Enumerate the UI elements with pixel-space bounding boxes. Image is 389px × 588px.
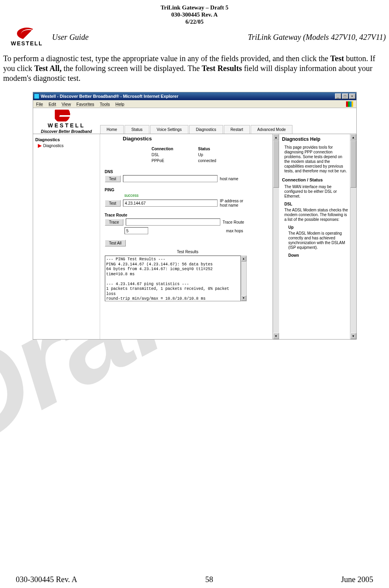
help-panel: Diagnostics Help This page provides tool… — [279, 134, 350, 339]
page-title: Diagnostics — [123, 136, 272, 142]
footer-left: 030-300445 Rev. A — [16, 575, 77, 584]
trace-section: Trace Route Trace Trace Route max hops — [105, 213, 272, 234]
help-p1: This page provides tools for diagnosing … — [285, 145, 348, 174]
ping-test-button[interactable]: Test — [105, 200, 121, 207]
table-row: DSL Up — [151, 152, 240, 157]
results-scrollbar[interactable]: ▴ ▾ — [241, 256, 247, 301]
help-p4: The ADSL Modem is operating correctly an… — [288, 231, 348, 250]
doc-header: TriLink Gateway – Draft 5 030-300445 Rev… — [3, 4, 386, 25]
body-paragraph: To perform a diagnostic test, type the a… — [3, 54, 386, 83]
help-sub-dsl: DSL — [285, 202, 348, 206]
app-logo-icon — [55, 110, 78, 121]
window-title: Westell - Discover Better Broadband® - M… — [41, 94, 334, 99]
th-status: Status — [198, 146, 240, 151]
sidebar-item-diagnostics[interactable]: Diagnostics — [33, 143, 100, 149]
minimize-button[interactable]: _ — [335, 93, 341, 99]
app-header: WESTELL Discover Better Broadband Home S… — [33, 108, 356, 134]
trace-heading: Trace Route — [105, 213, 272, 217]
westell-logo-icon — [17, 28, 37, 39]
page-footer: 030-300445 Rev. A 58 June 2005 — [0, 575, 389, 584]
footer-date: June 2005 — [341, 575, 373, 584]
doc-header-line2: 030-300445 Rev. A — [3, 11, 386, 18]
arrow-right-icon — [38, 144, 42, 148]
results-title: Test Results — [103, 250, 272, 254]
sidebar-heading: Diagnostics — [33, 134, 100, 143]
help-sub-up: Up — [288, 225, 348, 230]
user-guide-label: User Guide — [50, 33, 89, 42]
scroll-down-icon[interactable]: ▾ — [350, 333, 356, 339]
help-title: Diagnostics Help — [282, 136, 348, 142]
dns-heading: DNS — [105, 170, 272, 174]
test-all-button[interactable]: Test All — [105, 240, 126, 246]
scroll-up-icon[interactable]: ▴ — [241, 256, 246, 261]
scroll-up-icon[interactable]: ▴ — [273, 134, 279, 140]
doc-header-line3: 6/22/05 — [3, 18, 386, 25]
footer-page: 58 — [205, 575, 213, 584]
scroll-up-icon[interactable]: ▴ — [350, 134, 356, 140]
nav-voice[interactable]: Voice Settings — [150, 125, 188, 134]
ping-status: success — [125, 193, 272, 198]
scroll-thumb[interactable] — [350, 140, 356, 188]
trace-button[interactable]: Trace — [105, 219, 123, 226]
results-box: --- PING Test Results --- PING 4.23.144.… — [105, 256, 247, 301]
nav-restart[interactable]: Restart — [224, 125, 250, 134]
trace-hops-label: max hops — [226, 229, 243, 233]
dns-section: DNS Test host name — [105, 170, 272, 182]
center-scrollbar[interactable]: ▴ ▾ — [273, 134, 279, 339]
maximize-button[interactable]: □ — [342, 93, 348, 99]
westell-logo-text: WESTELL — [3, 40, 50, 47]
browser-window: Westell - Discover Better Broadband® - M… — [33, 92, 357, 340]
scroll-thumb[interactable] — [273, 140, 279, 188]
menu-edit[interactable]: Edit — [48, 102, 56, 106]
table-row: PPPoE connected — [151, 158, 240, 163]
help-sub-connection: Connection / Status — [282, 177, 348, 182]
close-button[interactable]: × — [349, 93, 355, 99]
dns-label: host name — [220, 177, 238, 181]
menu-tools[interactable]: Tools — [100, 102, 110, 106]
nav-status[interactable]: Status — [125, 125, 149, 134]
ping-section: PING success Test IP address or host nam… — [105, 188, 272, 207]
menu-file[interactable]: File — [36, 102, 43, 106]
trace-host-input[interactable] — [126, 218, 220, 226]
dns-test-button[interactable]: Test — [105, 175, 121, 182]
menubar: File Edit View Favorites Tools Help — [33, 100, 356, 108]
trace-hops-input[interactable] — [125, 227, 148, 234]
scroll-down-icon[interactable]: ▾ — [273, 333, 279, 339]
model-label: TriLink Gateway (Models 427V10, 427V11) — [89, 33, 386, 42]
nav-diagnostics[interactable]: Diagnostics — [189, 125, 223, 134]
help-sub-down: Down — [288, 253, 348, 258]
menu-favorites[interactable]: Favorites — [76, 102, 94, 106]
ping-host-input[interactable] — [123, 200, 218, 207]
doc-header-line1: TriLink Gateway – Draft 5 — [3, 4, 386, 11]
primary-nav: Home Status Voice Settings Diagnostics R… — [100, 108, 294, 134]
ping-label: IP address or host name — [220, 199, 251, 207]
windows-flag-icon — [346, 101, 353, 107]
sidebar: Diagnostics Diagnostics — [33, 134, 100, 339]
help-scrollbar[interactable]: ▴ ▾ — [350, 134, 356, 339]
scroll-down-icon[interactable]: ▾ — [241, 295, 246, 301]
results-text: --- PING Test Results --- PING 4.23.144.… — [105, 256, 241, 301]
app-tagline: Discover Better Broadband — [41, 129, 92, 134]
window-titlebar: Westell - Discover Better Broadband® - M… — [33, 92, 356, 100]
connection-table: Connection Status DSL Up PPPoE connected — [151, 146, 241, 164]
help-p2: The WAN interface may be configured to b… — [285, 185, 348, 199]
nav-advanced[interactable]: Advanced Mode — [251, 125, 292, 134]
ping-heading: PING — [105, 188, 272, 192]
menu-help[interactable]: Help — [115, 102, 125, 106]
th-connection: Connection — [151, 146, 197, 151]
main-content: Diagnostics Connection Status DSL Up PPP… — [100, 134, 273, 339]
dns-host-input[interactable] — [123, 175, 218, 182]
sidebar-item-label: Diagnostics — [43, 144, 64, 148]
menu-view[interactable]: View — [61, 102, 71, 106]
nav-home[interactable]: Home — [100, 125, 124, 134]
ie-icon — [34, 93, 39, 99]
trace-label: Trace Route — [223, 220, 244, 224]
app-brand: WESTELL — [48, 122, 85, 129]
help-p3: The ADSL Modem status checks the modem c… — [285, 208, 348, 222]
